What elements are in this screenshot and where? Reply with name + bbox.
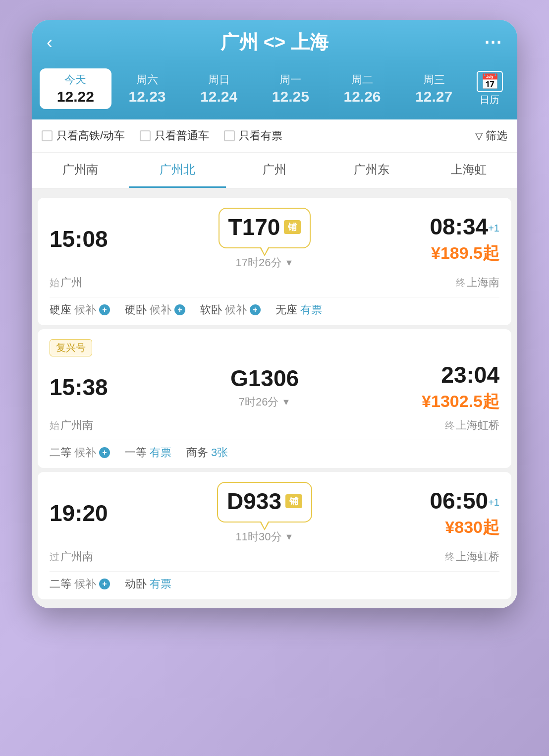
- train-card-1[interactable]: 复兴号 15:38 G1306 7时26分 ▼ 23:04: [38, 329, 511, 468]
- station-tab-4[interactable]: 上海虹: [420, 153, 517, 188]
- seat-item-1-2: 商务 3张: [186, 445, 228, 460]
- filter-icon: ▽: [475, 130, 483, 142]
- date-weekday-3: 周一: [257, 72, 325, 87]
- seat-row-1: 二等 候补 + 一等 有票 商务 3张: [50, 445, 499, 460]
- divider-1: [50, 440, 499, 440]
- calendar-button[interactable]: 📅 日历: [470, 68, 509, 110]
- train-number-plain-1: G1306: [230, 365, 299, 392]
- checkbox-regular[interactable]: [140, 130, 151, 141]
- phone-container: ‹ 广州 <> 上海 ··· 今天 12.22 周六 12.23 周日 12.2…: [32, 20, 517, 608]
- station-tab-2[interactable]: 广州: [226, 153, 323, 188]
- date-weekday-2: 周日: [185, 72, 253, 87]
- depart-time-0: 15:08: [50, 226, 119, 252]
- seat-row-0: 硬座 候补 + 硬卧 候补 + 软卧 候补 + 无座 有票: [50, 302, 499, 317]
- arrive-block-0: 08:34+1 ¥189.5起: [410, 213, 499, 265]
- arrive-block-1: 23:04 ¥1302.5起: [410, 361, 499, 413]
- arrive-time-1: 23:04: [410, 361, 499, 388]
- seat-item-2-0: 二等 候补 +: [50, 577, 110, 591]
- fuxing-badge: 复兴号: [50, 339, 92, 356]
- divider-2: [50, 571, 499, 572]
- arrive-station-2: 终上海虹桥: [445, 549, 499, 564]
- station-tab-3[interactable]: 广州东: [323, 153, 420, 188]
- train-duration-0: 17时26分 ▼: [119, 255, 410, 270]
- seat-item-0-1: 硬卧 候补 +: [125, 302, 185, 317]
- train-card-0[interactable]: 15:08 T170 铺 17时26分 ▼ 08:34+1: [38, 198, 511, 325]
- seat-item-1-0: 二等 候补 +: [50, 445, 110, 460]
- arrive-time-0: 08:34+1: [410, 213, 499, 240]
- date-weekday-0: 今天: [42, 72, 110, 87]
- depart-block-1: 15:38: [50, 374, 119, 401]
- train-main-2: 19:20 D933 铺 11时30分 ▼ 06:50+1: [50, 482, 499, 544]
- divider-0: [50, 297, 499, 297]
- train-duration-1: 7时26分 ▼: [119, 395, 410, 409]
- filter-regular-label: 只看普通车: [155, 128, 209, 143]
- filter-btn-label: 筛选: [486, 128, 507, 143]
- train-num-1: G1306: [230, 365, 299, 392]
- train-price-1: ¥1302.5起: [410, 390, 499, 413]
- depart-station-0: 始广州: [50, 275, 82, 290]
- calendar-label: 日历: [480, 93, 499, 107]
- date-day-5: 12.27: [400, 88, 468, 105]
- depart-station-2: 过广州南: [50, 549, 93, 564]
- filter-highspeed[interactable]: 只看高铁/动车: [42, 128, 125, 143]
- date-weekday-5: 周三: [400, 72, 468, 87]
- train-center-0: T170 铺 17时26分 ▼: [119, 208, 410, 270]
- seat-plus-0-0[interactable]: +: [99, 304, 110, 315]
- train-card-2[interactable]: 19:20 D933 铺 11时30分 ▼ 06:50+1: [38, 472, 511, 599]
- depart-station-1: 始广州南: [50, 418, 93, 433]
- filter-button[interactable]: ▽ 筛选: [475, 128, 507, 143]
- filter-regular[interactable]: 只看普通车: [140, 128, 209, 143]
- arrive-block-2: 06:50+1 ¥830起: [410, 487, 499, 539]
- filter-available[interactable]: 只看有票: [224, 128, 282, 143]
- header: ‹ 广州 <> 上海 ···: [32, 20, 517, 63]
- date-item-3[interactable]: 周一 12.25: [255, 68, 327, 109]
- depart-block-0: 15:08: [50, 226, 119, 252]
- train-number-bubble-2: D933 铺: [217, 482, 312, 523]
- station-tab-0[interactable]: 广州南: [32, 153, 129, 188]
- date-weekday-4: 周二: [329, 72, 396, 87]
- seat-plus-1-0[interactable]: +: [99, 447, 110, 458]
- date-item-2[interactable]: 周日 12.24: [183, 68, 255, 109]
- seat-plus-0-2[interactable]: +: [250, 304, 261, 315]
- train-num-2: D933: [227, 488, 281, 515]
- back-button[interactable]: ‹: [47, 32, 71, 53]
- date-day-1: 12.23: [113, 88, 181, 105]
- train-num-0: T170: [228, 214, 280, 240]
- depart-time-2: 19:20: [50, 500, 119, 526]
- duration-arrow-1: ▼: [281, 397, 290, 407]
- train-number-bubble-0: T170 铺: [219, 208, 311, 248]
- date-day-2: 12.24: [185, 88, 253, 105]
- page-title: 广州 <> 上海: [71, 30, 478, 55]
- checkbox-highspeed[interactable]: [42, 130, 53, 141]
- train-duration-2: 11时30分 ▼: [119, 529, 410, 544]
- seat-plus-0-1[interactable]: +: [174, 304, 185, 315]
- checkbox-available[interactable]: [224, 130, 235, 141]
- seat-item-2-1: 动卧 有票: [125, 577, 171, 591]
- date-item-5[interactable]: 周三 12.27: [398, 68, 470, 109]
- seat-item-0-0: 硬座 候补 +: [50, 302, 110, 317]
- date-day-3: 12.25: [257, 88, 325, 105]
- train-price-2: ¥830起: [410, 516, 499, 539]
- train-stations-2: 过广州南 终上海虹桥: [50, 549, 499, 564]
- date-item-today[interactable]: 今天 12.22: [40, 68, 111, 109]
- duration-arrow-0: ▼: [285, 258, 294, 268]
- station-tab-1[interactable]: 广州北: [129, 153, 226, 188]
- calendar-icon: 📅: [477, 71, 503, 92]
- filter-highspeed-label: 只看高铁/动车: [56, 128, 125, 143]
- arrive-station-0: 终上海南: [456, 275, 499, 290]
- station-tabs: 广州南 广州北 广州 广州东 上海虹: [32, 153, 517, 189]
- train-main-1: 15:38 G1306 7时26分 ▼ 23:04 ¥1302.5起: [50, 361, 499, 413]
- train-center-1: G1306 7时26分 ▼: [119, 365, 410, 409]
- train-main-0: 15:08 T170 铺 17时26分 ▼ 08:34+1: [50, 208, 499, 270]
- seat-plus-2-0[interactable]: +: [99, 579, 110, 589]
- train-stations-1: 始广州南 终上海虹桥: [50, 418, 499, 433]
- more-button[interactable]: ···: [478, 32, 502, 53]
- filter-row: 只看高铁/动车 只看普通车 只看有票 ▽ 筛选: [32, 119, 517, 153]
- date-item-4[interactable]: 周二 12.26: [327, 68, 398, 109]
- pu-badge-2: 铺: [285, 494, 302, 508]
- date-item-1[interactable]: 周六 12.23: [111, 68, 183, 109]
- duration-arrow-2: ▼: [285, 532, 294, 542]
- date-day-0: 12.22: [42, 88, 110, 105]
- date-day-4: 12.26: [329, 88, 396, 105]
- train-price-0: ¥189.5起: [410, 242, 499, 265]
